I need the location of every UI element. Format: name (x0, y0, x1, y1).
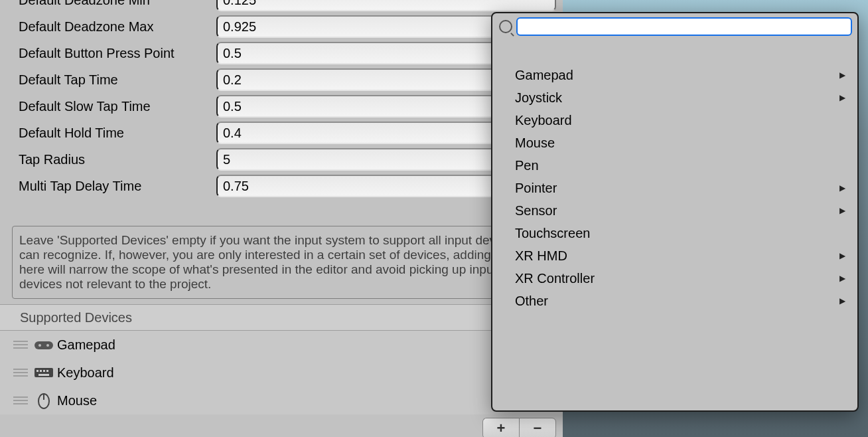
remove-device-button[interactable]: − (519, 418, 556, 437)
chevron-right-icon: ▶ (839, 296, 845, 306)
popup-search-row (492, 13, 857, 40)
popup-item[interactable]: XR Controller▶ (492, 267, 857, 290)
field-label: Default Deadzone Max (19, 19, 216, 35)
supported-devices-header: Supported Devices (0, 304, 563, 331)
drag-handle-icon[interactable] (13, 341, 33, 349)
settings-panel: Default Deadzone Min Default Deadzone Ma… (0, 0, 563, 437)
field-row: Default Deadzone Min (0, 0, 563, 13)
supported-devices-list: Gamepad Keyboard Mouse (0, 331, 563, 414)
popup-item[interactable]: Joystick▶ (492, 86, 857, 109)
field-row: Tap Radius (0, 146, 563, 173)
chevron-right-icon: ▶ (839, 251, 845, 260)
popup-item-label: XR HMD (515, 248, 567, 264)
field-row: Default Deadzone Max (0, 13, 563, 40)
svg-rect-4 (36, 370, 38, 372)
field-label: Tap Radius (19, 152, 216, 167)
drag-handle-icon[interactable] (13, 396, 33, 404)
field-label: Default Tap Time (19, 72, 216, 88)
popup-item-label: Joystick (515, 90, 562, 106)
search-icon (499, 20, 512, 33)
chevron-right-icon: ▶ (839, 183, 845, 193)
popup-item[interactable]: Touchscreen (492, 222, 857, 244)
popup-item-label: Keyboard (515, 113, 572, 128)
field-label: Multi Tap Delay Time (19, 179, 216, 194)
popup-item-label: XR Controller (515, 271, 595, 286)
popup-item[interactable]: Gamepad▶ (492, 64, 857, 86)
list-item[interactable]: Gamepad (0, 331, 563, 359)
popup-list: Gamepad▶Joystick▶KeyboardMousePenPointer… (492, 40, 857, 410)
field-label: Default Button Press Point (19, 46, 216, 61)
popup-search-input[interactable] (516, 17, 852, 36)
popup-item-label: Pointer (515, 181, 557, 196)
popup-item-label: Other (515, 294, 548, 309)
drag-handle-icon[interactable] (13, 369, 33, 377)
chevron-right-icon: ▶ (839, 274, 845, 283)
svg-rect-0 (35, 341, 53, 349)
deadzone-min-input[interactable] (216, 0, 556, 11)
popup-item-label: Pen (515, 158, 539, 173)
field-row: Default Tap Time (0, 66, 563, 93)
field-label: Default Deadzone Min (19, 0, 216, 8)
chevron-right-icon: ▶ (839, 206, 845, 215)
popup-item-label: Touchscreen (515, 226, 590, 241)
device-name: Mouse (57, 393, 97, 408)
popup-item[interactable]: Pen (492, 154, 857, 177)
popup-item-label: Sensor (515, 203, 557, 218)
field-row: Default Hold Time (0, 120, 563, 146)
popup-item[interactable]: Sensor▶ (492, 199, 857, 222)
add-device-button[interactable]: + (482, 418, 519, 437)
list-item[interactable]: Keyboard (0, 359, 563, 387)
gamepad-icon (33, 339, 54, 351)
field-row: Multi Tap Delay Time (0, 173, 563, 199)
list-footer: + − (12, 418, 556, 437)
field-label: Default Hold Time (19, 126, 216, 141)
svg-rect-8 (38, 374, 49, 376)
chevron-right-icon: ▶ (839, 70, 845, 80)
svg-rect-7 (46, 370, 48, 372)
popup-item[interactable]: XR HMD▶ (492, 244, 857, 267)
list-item[interactable]: Mouse (0, 387, 563, 414)
popup-item[interactable]: Other▶ (492, 290, 857, 312)
svg-rect-6 (43, 370, 45, 372)
help-box: Leave 'Supported Devices' empty if you w… (12, 226, 556, 299)
chevron-right-icon: ▶ (839, 93, 845, 102)
svg-rect-5 (40, 370, 42, 372)
popup-item-label: Gamepad (515, 68, 573, 83)
popup-item[interactable]: Mouse (492, 131, 857, 154)
device-picker-popup: Gamepad▶Joystick▶KeyboardMousePenPointer… (491, 12, 859, 412)
mouse-icon (33, 392, 54, 409)
popup-item-label: Mouse (515, 135, 555, 151)
popup-item[interactable]: Keyboard (492, 109, 857, 131)
device-name: Gamepad (57, 337, 115, 353)
svg-point-1 (38, 344, 41, 347)
field-row: Default Slow Tap Time (0, 93, 563, 120)
field-label: Default Slow Tap Time (19, 99, 216, 114)
device-name: Keyboard (57, 365, 114, 381)
field-row: Default Button Press Point (0, 40, 563, 66)
popup-item[interactable]: Pointer▶ (492, 177, 857, 199)
svg-point-2 (46, 344, 49, 347)
keyboard-icon (33, 367, 54, 379)
